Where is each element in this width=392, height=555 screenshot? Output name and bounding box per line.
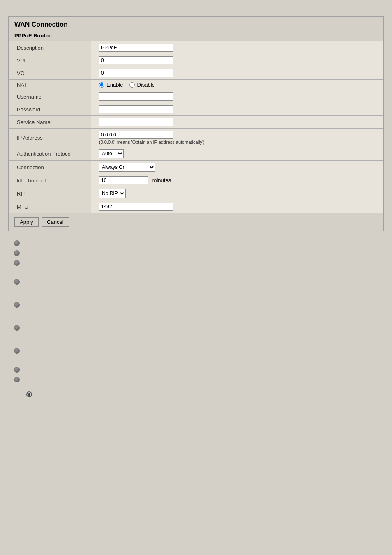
connection-row: Connection Always On Connect on Demand M…: [9, 161, 383, 174]
bullet-item-5: [14, 301, 378, 308]
username-row: Username: [9, 90, 383, 103]
bullet-list: [8, 240, 384, 397]
nat-radio-group: Enable Disable: [99, 82, 379, 88]
password-input[interactable]: [99, 105, 173, 113]
nat-enable-text: Enable: [106, 82, 123, 88]
bullet-item-4: [14, 278, 378, 285]
nat-disable-text: Disable: [137, 82, 154, 88]
vpi-label: VPI: [9, 54, 91, 67]
mtu-value-cell: [91, 200, 383, 213]
bullet-group-3: [14, 301, 378, 308]
auth-protocol-value-cell: Auto PAP CHAP: [91, 147, 383, 161]
nat-enable-label[interactable]: Enable: [99, 82, 123, 88]
nat-disable-radio[interactable]: [129, 82, 135, 88]
password-value-cell: [91, 103, 383, 116]
description-input[interactable]: [99, 44, 173, 52]
description-value-cell: [91, 41, 383, 54]
bullet-dot-2: [14, 250, 20, 256]
page-title: WAN Connection: [9, 17, 383, 31]
bullet-dot-9: [14, 377, 20, 382]
nat-label: NAT: [9, 80, 91, 90]
username-input[interactable]: [99, 92, 173, 101]
service-name-row: Service Name: [9, 116, 383, 129]
ip-address-input[interactable]: [99, 131, 173, 139]
bullet-item-9: [14, 376, 378, 382]
description-label: Description: [9, 41, 91, 54]
bullet-group-2: [14, 278, 378, 285]
rip-row: RIP No RIP RIP v1 RIP v2: [9, 187, 383, 200]
minutes-label: minutes: [152, 177, 171, 183]
bullet-item-7: [14, 347, 378, 354]
service-name-input[interactable]: [99, 118, 173, 126]
mtu-row: MTU: [9, 200, 383, 213]
rip-label: RIP: [9, 187, 91, 200]
connection-label: Connection: [9, 161, 91, 174]
bullet-group-6: [14, 366, 378, 382]
cancel-button[interactable]: Cancel: [42, 217, 69, 227]
description-row: Description: [9, 41, 383, 54]
ip-address-row: IP Address (0.0.0.0' means 'Obtain an IP…: [9, 129, 383, 147]
rip-value-cell: No RIP RIP v1 RIP v2: [91, 187, 383, 200]
bullet-dot-4: [14, 279, 20, 285]
bullet-dot-3: [14, 260, 20, 266]
password-row: Password: [9, 103, 383, 116]
bullet-dot-radio: [26, 391, 32, 397]
bullet-group-5: [14, 347, 378, 354]
auth-protocol-select[interactable]: Auto PAP CHAP: [99, 149, 124, 158]
mtu-input[interactable]: [99, 203, 173, 211]
service-name-label: Service Name: [9, 116, 91, 129]
password-label: Password: [9, 103, 91, 116]
bullet-dot-8: [14, 367, 20, 373]
bullet-dot-7: [14, 348, 20, 354]
page-wrapper: WAN Connection PPPoE Routed Description …: [8, 8, 384, 397]
bullet-item-radio: [26, 391, 378, 397]
bullet-item-3: [14, 259, 378, 266]
ip-address-hint: (0.0.0.0' means 'Obtain an IP address au…: [99, 140, 379, 145]
bullet-dot-1: [14, 240, 20, 246]
vci-input[interactable]: [99, 69, 173, 77]
apply-button[interactable]: Apply: [14, 217, 39, 227]
vci-row: VCI: [9, 67, 383, 80]
idle-timeout-input[interactable]: [99, 176, 148, 184]
username-value-cell: [91, 90, 383, 103]
bullet-dot-6: [14, 325, 20, 331]
ip-address-value-cell: (0.0.0.0' means 'Obtain an IP address au…: [91, 129, 383, 147]
idle-timeout-label: Idle Timeout: [9, 174, 91, 187]
nat-disable-label[interactable]: Disable: [129, 82, 154, 88]
radio-sub-item: [14, 391, 378, 397]
vpi-value-cell: [91, 54, 383, 67]
service-name-value-cell: [91, 116, 383, 129]
vpi-row: VPI: [9, 54, 383, 67]
idle-timeout-value-cell: minutes: [91, 174, 383, 187]
nat-value-cell: Enable Disable: [91, 80, 383, 90]
form-table: Description VPI VCI NAT: [9, 41, 383, 213]
wan-connection-box: WAN Connection PPPoE Routed Description …: [8, 16, 384, 231]
button-row: Apply Cancel: [9, 213, 383, 231]
vci-value-cell: [91, 67, 383, 80]
rip-select[interactable]: No RIP RIP v1 RIP v2: [99, 189, 126, 198]
nat-enable-radio[interactable]: [99, 82, 104, 88]
section-title: PPPoE Routed: [9, 31, 383, 41]
vpi-input[interactable]: [99, 56, 173, 64]
idle-timeout-row: Idle Timeout minutes: [9, 174, 383, 187]
auth-protocol-row: Authentication Protocol Auto PAP CHAP: [9, 147, 383, 161]
ip-address-label: IP Address: [9, 129, 91, 147]
nat-row: NAT Enable Disable: [9, 80, 383, 90]
bullet-item-8: [14, 366, 378, 373]
connection-value-cell: Always On Connect on Demand Manual: [91, 161, 383, 174]
mtu-label: MTU: [9, 200, 91, 213]
bullet-item-2: [14, 249, 378, 256]
connection-select[interactable]: Always On Connect on Demand Manual: [99, 163, 155, 172]
username-label: Username: [9, 90, 91, 103]
bullet-dot-5: [14, 302, 20, 308]
auth-protocol-label: Authentication Protocol: [9, 147, 91, 161]
bullet-group-4: [14, 324, 378, 331]
bullet-item-6: [14, 324, 378, 331]
vci-label: VCI: [9, 67, 91, 80]
bullet-item-1: [14, 240, 378, 246]
